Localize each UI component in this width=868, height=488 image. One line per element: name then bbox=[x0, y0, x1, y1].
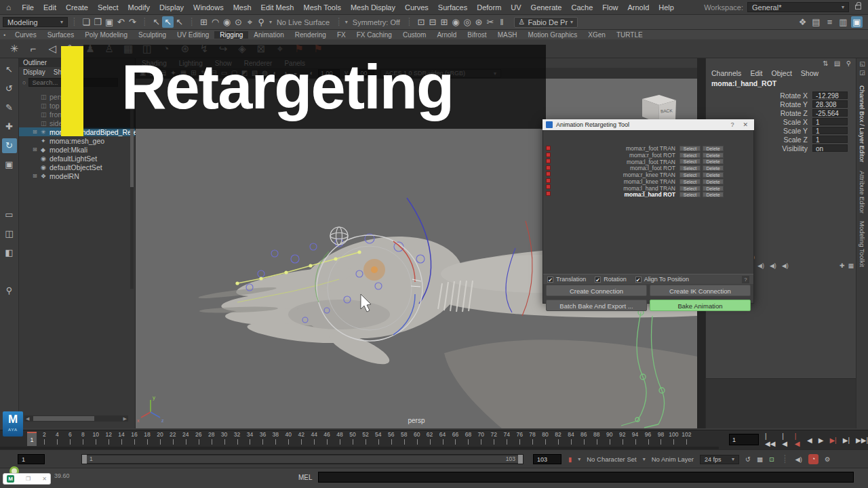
animation-start-field[interactable] bbox=[18, 454, 45, 464]
current-frame-field[interactable] bbox=[729, 434, 759, 445]
layer-mute-icon[interactable]: ◀) bbox=[757, 262, 764, 269]
paint-effects-icon[interactable]: ✂ bbox=[485, 16, 496, 28]
step-back-key-button[interactable]: |◀ bbox=[795, 432, 801, 447]
step-forward-frame-button[interactable]: ▶| bbox=[843, 436, 850, 444]
undo-icon[interactable]: ↶ bbox=[115, 16, 127, 28]
live-surface-label[interactable]: No Live Surface bbox=[274, 18, 332, 26]
light-editor-icon[interactable]: ⊛ bbox=[473, 16, 485, 28]
shelf-tab[interactable]: Motion Graphics bbox=[523, 31, 583, 39]
dock-tab[interactable]: Attribute Editor bbox=[859, 171, 866, 214]
delete-button[interactable]: Delete bbox=[703, 159, 724, 164]
option-checkbox[interactable]: ✔ Rotation bbox=[595, 276, 627, 283]
shelf-tab[interactable]: UV Editing bbox=[172, 31, 214, 39]
menu-item[interactable]: Modify bbox=[123, 3, 155, 12]
shelf-tab[interactable]: FX Caching bbox=[351, 31, 397, 39]
ik-spline-icon[interactable]: ◁ bbox=[45, 43, 60, 54]
chevron-down-icon[interactable]: ▾ bbox=[345, 19, 348, 25]
frame-tick[interactable]: 52 bbox=[359, 431, 372, 447]
menu-item[interactable]: Select bbox=[93, 3, 123, 12]
frame-tick[interactable]: 24 bbox=[179, 431, 192, 447]
character-set-dropdown[interactable]: No Character Set bbox=[587, 455, 636, 463]
channel-name[interactable]: Rotate Y bbox=[780, 100, 808, 108]
frame-tick[interactable]: 82 bbox=[552, 431, 565, 447]
frame-tick[interactable]: 80 bbox=[539, 431, 552, 447]
layout-two-pane-icon[interactable]: ◫ bbox=[2, 226, 17, 241]
select-button[interactable]: Select bbox=[679, 146, 701, 151]
channel-value[interactable]: -12.298 bbox=[812, 92, 848, 99]
connection-row[interactable]: moma:r_knee TRAN Select Delete bbox=[543, 171, 753, 178]
pause-viewport-icon[interactable]: ‖ bbox=[496, 16, 508, 28]
frame-tick[interactable]: 28 bbox=[205, 431, 218, 447]
frame-tick[interactable]: 60 bbox=[410, 431, 423, 447]
frame-tick[interactable]: 56 bbox=[384, 431, 397, 447]
delete-button[interactable]: Delete bbox=[703, 172, 724, 178]
save-scene-icon[interactable]: ▣ bbox=[104, 16, 115, 28]
make-live-icon[interactable]: ⚲ bbox=[256, 16, 267, 28]
new-scene-icon[interactable]: ❏ bbox=[81, 16, 92, 28]
expander-icon[interactable]: ⊞ bbox=[33, 129, 41, 135]
menu-item[interactable]: Help bbox=[654, 3, 679, 12]
option-checkbox[interactable]: ✔ Translation bbox=[547, 276, 586, 283]
joint-tool-icon[interactable]: ✳ bbox=[7, 43, 22, 54]
frame-tick[interactable]: 12 bbox=[102, 431, 115, 447]
frame-tick[interactable]: 92 bbox=[616, 431, 629, 447]
connection-row[interactable]: moma:l_foot TRAN Select Delete bbox=[543, 159, 753, 165]
paint-select-tool-icon[interactable]: ✎ bbox=[2, 100, 17, 115]
help-button[interactable]: ? bbox=[728, 121, 736, 128]
menu-item[interactable]: File bbox=[17, 3, 39, 12]
frame-tick[interactable]: 94 bbox=[629, 431, 642, 447]
layer-mute-icon[interactable]: ◀) bbox=[782, 262, 789, 269]
channel-name[interactable]: Rotate Z bbox=[781, 109, 808, 117]
outliner-menu-item[interactable]: Display bbox=[23, 68, 45, 76]
close-icon[interactable]: ✕ bbox=[740, 121, 751, 128]
connection-row[interactable]: moma:l_hand ROT Select Delete bbox=[543, 192, 753, 199]
menuset-dropdown[interactable]: Modeling ▾ bbox=[3, 17, 68, 27]
delete-button[interactable]: Delete bbox=[703, 165, 724, 171]
dock-icon[interactable]: ◱ bbox=[858, 60, 867, 68]
channel-name[interactable]: Scale X bbox=[783, 118, 808, 126]
frame-tick[interactable]: 14 bbox=[115, 431, 128, 447]
animation-end-field[interactable] bbox=[533, 454, 561, 464]
channel-box-menu-item[interactable]: Channels bbox=[711, 69, 741, 77]
channel-name[interactable]: Scale Y bbox=[783, 127, 808, 135]
symmetry-label[interactable]: Symmetry: Off bbox=[350, 18, 403, 26]
channel-box-toggle-icon[interactable]: ▣ bbox=[851, 16, 863, 28]
menu-item[interactable]: Cache bbox=[566, 3, 597, 12]
select-hierarchy-icon[interactable]: ↖ bbox=[151, 16, 162, 28]
frame-tick[interactable]: 2 bbox=[38, 431, 51, 447]
shelf-tab[interactable]: TURTLE bbox=[611, 31, 648, 39]
connection-row[interactable]: moma:r_foot TRAN Select Delete bbox=[543, 145, 753, 152]
frame-tick[interactable]: 100 bbox=[667, 431, 680, 447]
user-account-chip[interactable]: ♙ Fabio De Pr ▾ bbox=[514, 17, 578, 28]
lasso-tool-icon[interactable]: ↺ bbox=[2, 81, 17, 96]
frame-tick[interactable]: 84 bbox=[564, 431, 577, 447]
fps-dropdown[interactable]: 24 fps ▾ bbox=[700, 455, 739, 464]
connection-row[interactable]: moma:l_foot ROT Select Delete bbox=[543, 165, 753, 171]
render-view-icon[interactable]: ⊡ bbox=[416, 16, 427, 28]
workspace-dropdown[interactable]: General* ▾ bbox=[747, 2, 849, 12]
batch-bake-export-button[interactable]: Batch Bake And Export ... bbox=[546, 300, 647, 311]
channel-value[interactable]: on bbox=[812, 144, 848, 152]
set-key-icon[interactable]: ⊡ bbox=[769, 455, 774, 463]
close-icon[interactable]: ✕ bbox=[42, 476, 47, 482]
chevron-down-icon[interactable]: ▾ bbox=[269, 19, 272, 25]
frame-tick[interactable]: 8 bbox=[77, 431, 90, 447]
menu-item[interactable]: Generate bbox=[526, 3, 567, 12]
outliner-item[interactable]: ✦ moma:mesh_geo bbox=[19, 136, 135, 145]
frame-tick[interactable]: 26 bbox=[192, 431, 205, 447]
snap-grid-icon[interactable]: ⊞ bbox=[198, 16, 210, 28]
channel-box-menu-item[interactable]: Edit bbox=[750, 69, 762, 77]
maya-home-icon[interactable]: ⌂ bbox=[0, 3, 17, 12]
current-frame-marker[interactable]: 1 bbox=[27, 432, 37, 446]
frame-tick[interactable]: 10 bbox=[90, 431, 102, 447]
play-forwards-button[interactable]: ▶ bbox=[818, 436, 824, 444]
frame-tick[interactable]: 58 bbox=[397, 431, 410, 447]
range-slider[interactable]: 1 103 bbox=[81, 454, 524, 464]
frame-tick[interactable]: 48 bbox=[334, 431, 347, 447]
zoom-tool-icon[interactable]: ⚲ bbox=[2, 283, 17, 298]
frame-tick[interactable]: 30 bbox=[218, 431, 231, 447]
outliner-item[interactable]: ⊞ ❖ modelRN bbox=[19, 171, 135, 180]
tool-settings-icon[interactable]: ≡ bbox=[824, 16, 835, 28]
channel-stats-icon[interactable]: ▤ bbox=[833, 58, 842, 69]
go-to-start-button[interactable]: |◀◀ bbox=[765, 432, 776, 447]
